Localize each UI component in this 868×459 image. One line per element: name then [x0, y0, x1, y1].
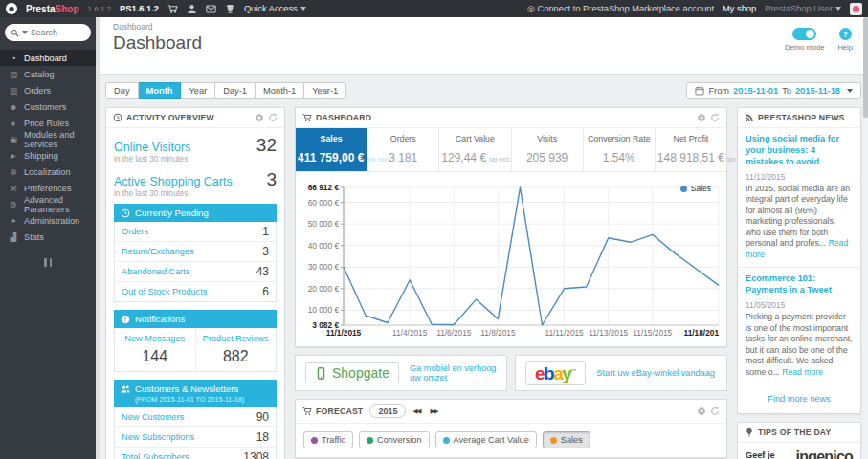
sidebar-item-catalog[interactable]: ▤Catalog — [0, 66, 96, 82]
metric-sales-button[interactable]: Sales — [543, 431, 590, 448]
pending-row-abandoned-carts[interactable]: Abandoned Carts43 — [115, 261, 276, 281]
sidebar-search[interactable] — [5, 24, 91, 41]
sidebar-item-customers[interactable]: ☻Customers — [0, 98, 96, 115]
new-customers-row[interactable]: New Customers90 — [115, 407, 276, 426]
marketplace-link[interactable]: ◎ Connect to PrestaShop Marketplace acco… — [527, 4, 714, 13]
search-input[interactable] — [31, 28, 80, 37]
help-button[interactable]: ? — [839, 28, 852, 40]
rss-icon — [745, 113, 754, 122]
pending-row-out-of-stock[interactable]: Out of Stock Products6 — [115, 281, 276, 301]
prestashop-logo[interactable]: ☻ — [6, 3, 17, 14]
breadcrumb[interactable]: Dashboard — [113, 22, 855, 32]
find-more-news-link[interactable]: Find more news — [768, 394, 830, 404]
sidebar-item-stats[interactable]: ▟Stats — [0, 229, 96, 245]
panel-refresh-icon[interactable] — [268, 113, 278, 122]
sidebar-item-administration[interactable]: ✦Administration — [0, 212, 96, 229]
metric-average-cart-value-button[interactable]: Average Cart Value — [435, 431, 537, 448]
trophy-icon[interactable] — [225, 4, 235, 14]
sidebar-item-shipping[interactable]: ►Shipping — [0, 147, 96, 164]
shipping-icon: ► — [9, 151, 18, 161]
total-subscribers-row[interactable]: Total Subscribers1308 — [115, 447, 276, 459]
help-label: Help — [837, 43, 853, 52]
demo-mode-toggle[interactable] — [792, 28, 816, 40]
user-menu[interactable]: PrestaShop User — [765, 4, 841, 13]
orders-icon: ▥ — [9, 86, 18, 96]
customers-icon: ☻ — [9, 102, 18, 112]
news-item-body: In 2015, social media are an integral pa… — [746, 184, 853, 260]
news-item: Ecommerce 101: Payments in a Tweet 11/05… — [738, 268, 860, 384]
product-reviews-cell[interactable]: Product Reviews 882 — [195, 328, 277, 371]
brand-name: PrestaShop — [26, 4, 79, 14]
news-item-title[interactable]: Using social media for your business: 4 … — [746, 134, 853, 168]
date-preset-day[interactable]: Day — [105, 82, 139, 99]
date-preset-month[interactable]: Month — [139, 82, 182, 99]
avatar[interactable] — [850, 3, 862, 15]
forecast-next-button[interactable]: ▶▶ — [427, 406, 440, 416]
date-preset-group: Day Month Year Day-1 Month-1 Year-1 — [105, 82, 346, 99]
pending-row-returns[interactable]: Return/Exchanges3 — [115, 241, 276, 261]
news-item-title[interactable]: Ecommerce 101: Payments in a Tweet — [746, 273, 853, 296]
svg-text:11/11/2015: 11/11/2015 — [545, 328, 584, 338]
sales-chart: 66 912 €60 000 €50 000 €40 000 €30 000 €… — [296, 172, 726, 346]
kpi-orders[interactable]: Orders 3 181 — [367, 128, 438, 171]
online-visitors-row: Online Visitors 32 — [114, 135, 277, 156]
active-carts-value: 3 — [266, 169, 277, 190]
price-rules-icon: ♦ — [9, 119, 18, 128]
date-preset-day-1[interactable]: Day-1 — [215, 82, 256, 99]
shopgate-link[interactable]: Ga mobiel en verhoog uw omzet — [410, 363, 497, 382]
date-preset-year-1[interactable]: Year-1 — [304, 82, 346, 99]
ebay-link[interactable]: Start uw eBay-winkel vandaag — [596, 368, 715, 378]
messages-icon[interactable] — [206, 4, 216, 14]
collapse-sidebar-button[interactable] — [38, 258, 57, 267]
sidebar-item-orders[interactable]: ▥Orders — [0, 82, 96, 98]
scrollbar-thumb[interactable] — [863, 17, 868, 118]
pending-row-orders[interactable]: Orders1 — [115, 222, 276, 241]
metric-traffic-button[interactable]: Traffic — [303, 431, 353, 448]
ebay-logo[interactable]: ebay™ — [525, 361, 586, 385]
svg-text:11/8/2015: 11/8/2015 — [480, 328, 516, 338]
my-shop-link[interactable]: My shop — [723, 4, 756, 13]
panel-settings-icon[interactable] — [697, 406, 706, 416]
kpi-visits[interactable]: Visits 205 939 — [511, 128, 583, 171]
panel-settings-icon[interactable] — [255, 113, 264, 122]
shopgate-logo[interactable]: Shopgate — [305, 362, 399, 383]
online-visitors-link[interactable]: Online Visitors — [114, 141, 190, 154]
legend-dot-sales — [680, 186, 687, 192]
panel-settings-icon[interactable] — [697, 113, 706, 122]
sidebar-item-advanced-parameters[interactable]: ⚙Advanced Parameters — [0, 196, 96, 212]
sidebar-item-dashboard[interactable]: ◔Dashboard — [0, 50, 96, 66]
calendar-icon — [695, 86, 704, 96]
sidebar-item-localization[interactable]: ⊕Localization — [0, 164, 96, 180]
new-subscriptions-row[interactable]: New Subscriptions18 — [115, 426, 276, 447]
date-preset-month-1[interactable]: Month-1 — [256, 82, 304, 99]
kpi-net-profit[interactable]: Net Profit 148 918,51 € tax excl. — [655, 128, 726, 171]
shop-version-tag: PS1.6.1.2 — [120, 4, 159, 13]
activity-panel-title: ACTIVITY OVERVIEW — [126, 113, 214, 122]
kpi-sales[interactable]: Sales 411 759,00 € tax excl. — [296, 128, 367, 171]
chart-legend[interactable]: Sales — [680, 184, 711, 193]
date-range-picker[interactable]: From2015-11-01 To2015-11-18 — [686, 82, 861, 99]
kpi-conversion-rate[interactable]: Conversion Rate 1.54% — [583, 128, 655, 171]
kpi-cart-value[interactable]: Cart Value 129,44 € tax excl. — [438, 128, 510, 171]
online-visitors-sub: in the last 30 minutes — [114, 155, 277, 164]
quick-access-menu[interactable]: Quick Access — [244, 4, 306, 13]
customers-list: New Customers90 New Subscriptions18 Tota… — [114, 407, 277, 459]
customer-icon[interactable] — [187, 4, 197, 14]
metric-conversion-button[interactable]: Conversion — [359, 431, 429, 448]
sidebar-scroll-strip[interactable] — [96, 17, 100, 459]
search-scope-caret[interactable] — [22, 31, 28, 34]
panel-refresh-icon[interactable] — [710, 406, 720, 416]
svg-text:60 000 €: 60 000 € — [308, 198, 340, 208]
read-more-link[interactable]: Read more — [782, 367, 823, 377]
forecast-year-pill: 2015 — [369, 404, 406, 418]
date-preset-year[interactable]: Year — [181, 82, 215, 99]
active-carts-link[interactable]: Active Shopping Carts — [114, 175, 233, 188]
cart-icon[interactable] — [167, 4, 178, 14]
sidebar-item-price-rules[interactable]: ♦Price Rules — [0, 115, 96, 131]
ingenico-logo[interactable]: ingenico Payment services — [786, 450, 853, 459]
new-messages-cell[interactable]: New Messages 144 — [115, 328, 195, 371]
forecast-prev-button[interactable]: ◀◀ — [410, 406, 423, 416]
panel-refresh-icon[interactable] — [710, 113, 720, 122]
sidebar-item-modules[interactable]: ▣Modules and Services — [0, 131, 96, 147]
sidebar-item-preferences[interactable]: ⚒Preferences — [0, 180, 96, 196]
